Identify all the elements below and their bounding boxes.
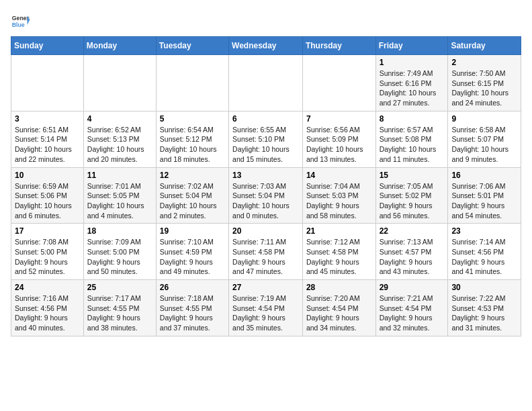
calendar-week-row: 3Sunrise: 6:51 AM Sunset: 5:14 PM Daylig… <box>11 111 521 167</box>
day-info: Sunrise: 7:09 AM Sunset: 5:00 PM Dayligh… <box>87 237 152 277</box>
day-number: 7 <box>306 114 372 124</box>
calendar-cell: 18Sunrise: 7:09 AM Sunset: 5:00 PM Dayli… <box>83 224 156 280</box>
day-number: 24 <box>15 283 80 292</box>
day-info: Sunrise: 7:04 AM Sunset: 5:03 PM Dayligh… <box>306 181 372 221</box>
day-info: Sunrise: 7:06 AM Sunset: 5:01 PM Dayligh… <box>451 181 517 221</box>
day-number: 16 <box>451 171 517 180</box>
day-info: Sunrise: 7:05 AM Sunset: 5:02 PM Dayligh… <box>380 181 445 221</box>
calendar-cell: 11Sunrise: 7:01 AM Sunset: 5:05 PM Dayli… <box>83 167 156 224</box>
calendar-cell: 12Sunrise: 7:02 AM Sunset: 5:04 PM Dayli… <box>156 167 228 224</box>
day-info: Sunrise: 7:17 AM Sunset: 4:55 PM Dayligh… <box>87 293 152 333</box>
calendar-cell: 17Sunrise: 7:08 AM Sunset: 5:00 PM Dayli… <box>11 224 84 280</box>
day-number: 26 <box>160 283 225 292</box>
day-info: Sunrise: 7:10 AM Sunset: 4:59 PM Dayligh… <box>160 237 225 277</box>
calendar-cell: 25Sunrise: 7:17 AM Sunset: 4:55 PM Dayli… <box>83 280 156 336</box>
calendar-week-row: 10Sunrise: 6:59 AM Sunset: 5:06 PM Dayli… <box>11 167 521 224</box>
day-info: Sunrise: 7:12 AM Sunset: 4:58 PM Dayligh… <box>306 237 372 277</box>
calendar-cell: 16Sunrise: 7:06 AM Sunset: 5:01 PM Dayli… <box>448 167 521 224</box>
calendar-header-row: SundayMondayTuesdayWednesdayThursdayFrid… <box>11 37 521 55</box>
day-info: Sunrise: 6:52 AM Sunset: 5:13 PM Dayligh… <box>87 125 152 165</box>
day-info: Sunrise: 7:02 AM Sunset: 5:04 PM Dayligh… <box>160 181 225 221</box>
calendar-cell: 24Sunrise: 7:16 AM Sunset: 4:56 PM Dayli… <box>11 280 84 336</box>
day-number: 22 <box>380 226 445 236</box>
column-header-monday: Monday <box>83 37 156 55</box>
day-number: 27 <box>232 283 299 292</box>
day-info: Sunrise: 7:13 AM Sunset: 4:57 PM Dayligh… <box>380 237 445 277</box>
calendar-cell: 20Sunrise: 7:11 AM Sunset: 4:58 PM Dayli… <box>229 224 303 280</box>
day-number: 6 <box>232 114 299 124</box>
page-header: General Blue <box>11 11 521 30</box>
calendar-week-row: 24Sunrise: 7:16 AM Sunset: 4:56 PM Dayli… <box>11 280 521 336</box>
calendar-cell: 14Sunrise: 7:04 AM Sunset: 5:03 PM Dayli… <box>302 167 375 224</box>
day-info: Sunrise: 6:56 AM Sunset: 5:09 PM Dayligh… <box>306 125 372 165</box>
calendar-cell: 7Sunrise: 6:56 AM Sunset: 5:09 PM Daylig… <box>302 111 375 167</box>
day-number: 21 <box>306 226 372 236</box>
calendar-cell <box>302 55 375 111</box>
day-info: Sunrise: 7:49 AM Sunset: 6:16 PM Dayligh… <box>380 68 445 108</box>
day-number: 30 <box>451 283 517 292</box>
day-info: Sunrise: 7:03 AM Sunset: 5:04 PM Dayligh… <box>232 181 299 221</box>
day-number: 12 <box>160 171 225 180</box>
column-header-thursday: Thursday <box>302 37 375 55</box>
column-header-saturday: Saturday <box>448 37 521 55</box>
calendar-cell: 30Sunrise: 7:22 AM Sunset: 4:53 PM Dayli… <box>448 280 521 336</box>
calendar-cell: 8Sunrise: 6:57 AM Sunset: 5:08 PM Daylig… <box>375 111 448 167</box>
day-number: 20 <box>232 226 299 236</box>
day-info: Sunrise: 7:21 AM Sunset: 4:54 PM Dayligh… <box>380 293 445 333</box>
day-number: 25 <box>87 283 152 292</box>
calendar-cell: 5Sunrise: 6:54 AM Sunset: 5:12 PM Daylig… <box>156 111 228 167</box>
day-info: Sunrise: 6:58 AM Sunset: 5:07 PM Dayligh… <box>451 125 517 165</box>
logo-icon: General Blue <box>11 11 30 30</box>
calendar-cell <box>156 55 228 111</box>
calendar-cell: 23Sunrise: 7:14 AM Sunset: 4:56 PM Dayli… <box>448 224 521 280</box>
calendar-week-row: 1Sunrise: 7:49 AM Sunset: 6:16 PM Daylig… <box>11 55 521 111</box>
svg-text:Blue: Blue <box>12 21 25 28</box>
day-info: Sunrise: 6:55 AM Sunset: 5:10 PM Dayligh… <box>232 125 299 165</box>
day-number: 29 <box>380 283 445 292</box>
day-info: Sunrise: 7:16 AM Sunset: 4:56 PM Dayligh… <box>15 293 80 333</box>
day-number: 28 <box>306 283 372 292</box>
day-info: Sunrise: 7:08 AM Sunset: 5:00 PM Dayligh… <box>15 237 80 277</box>
calendar-week-row: 17Sunrise: 7:08 AM Sunset: 5:00 PM Dayli… <box>11 224 521 280</box>
day-info: Sunrise: 7:19 AM Sunset: 4:54 PM Dayligh… <box>232 293 299 333</box>
calendar-body: 1Sunrise: 7:49 AM Sunset: 6:16 PM Daylig… <box>11 55 521 336</box>
calendar-table: SundayMondayTuesdayWednesdayThursdayFrid… <box>11 36 521 336</box>
day-info: Sunrise: 6:54 AM Sunset: 5:12 PM Dayligh… <box>160 125 225 165</box>
column-header-tuesday: Tuesday <box>156 37 228 55</box>
day-number: 15 <box>380 171 445 180</box>
day-info: Sunrise: 7:22 AM Sunset: 4:53 PM Dayligh… <box>451 293 517 333</box>
day-info: Sunrise: 7:18 AM Sunset: 4:55 PM Dayligh… <box>160 293 225 333</box>
column-header-sunday: Sunday <box>11 37 84 55</box>
day-info: Sunrise: 6:51 AM Sunset: 5:14 PM Dayligh… <box>15 125 80 165</box>
day-number: 4 <box>87 114 152 124</box>
calendar-cell <box>11 55 84 111</box>
calendar-cell <box>229 55 303 111</box>
calendar-cell: 19Sunrise: 7:10 AM Sunset: 4:59 PM Dayli… <box>156 224 228 280</box>
calendar-cell: 13Sunrise: 7:03 AM Sunset: 5:04 PM Dayli… <box>229 167 303 224</box>
column-header-wednesday: Wednesday <box>229 37 303 55</box>
calendar-cell: 28Sunrise: 7:20 AM Sunset: 4:54 PM Dayli… <box>302 280 375 336</box>
calendar-cell: 27Sunrise: 7:19 AM Sunset: 4:54 PM Dayli… <box>229 280 303 336</box>
day-number: 17 <box>15 226 80 236</box>
calendar-cell: 10Sunrise: 6:59 AM Sunset: 5:06 PM Dayli… <box>11 167 84 224</box>
logo: General Blue <box>11 11 32 30</box>
day-info: Sunrise: 6:57 AM Sunset: 5:08 PM Dayligh… <box>380 125 445 165</box>
svg-text:General: General <box>12 15 30 21</box>
day-info: Sunrise: 6:59 AM Sunset: 5:06 PM Dayligh… <box>15 181 80 221</box>
column-header-friday: Friday <box>375 37 448 55</box>
calendar-cell: 4Sunrise: 6:52 AM Sunset: 5:13 PM Daylig… <box>83 111 156 167</box>
day-info: Sunrise: 7:11 AM Sunset: 4:58 PM Dayligh… <box>232 237 299 277</box>
calendar-cell: 1Sunrise: 7:49 AM Sunset: 6:16 PM Daylig… <box>375 55 448 111</box>
day-number: 14 <box>306 171 372 180</box>
day-number: 1 <box>380 58 445 67</box>
day-number: 10 <box>15 171 80 180</box>
day-number: 13 <box>232 171 299 180</box>
calendar-cell: 21Sunrise: 7:12 AM Sunset: 4:58 PM Dayli… <box>302 224 375 280</box>
day-number: 19 <box>160 226 225 236</box>
calendar-cell: 3Sunrise: 6:51 AM Sunset: 5:14 PM Daylig… <box>11 111 84 167</box>
day-info: Sunrise: 7:01 AM Sunset: 5:05 PM Dayligh… <box>87 181 152 221</box>
day-info: Sunrise: 7:20 AM Sunset: 4:54 PM Dayligh… <box>306 293 372 333</box>
calendar-cell: 29Sunrise: 7:21 AM Sunset: 4:54 PM Dayli… <box>375 280 448 336</box>
calendar-cell: 2Sunrise: 7:50 AM Sunset: 6:15 PM Daylig… <box>448 55 521 111</box>
calendar-cell: 22Sunrise: 7:13 AM Sunset: 4:57 PM Dayli… <box>375 224 448 280</box>
